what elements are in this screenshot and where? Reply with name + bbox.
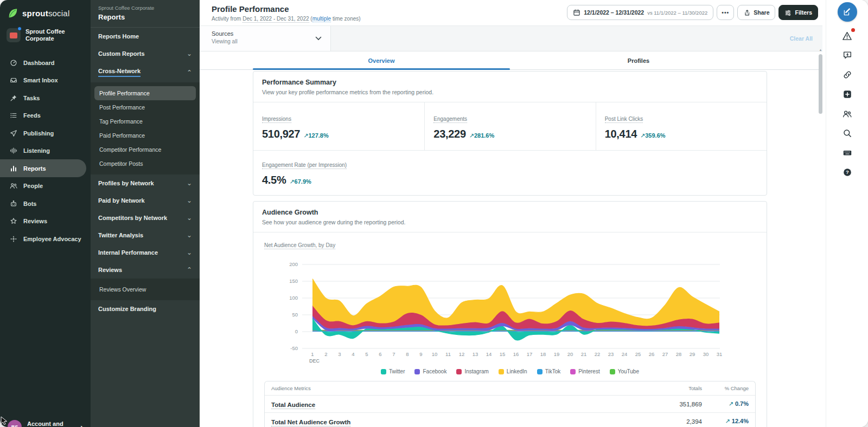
subnav-post-performance[interactable]: Post Performance <box>91 100 200 114</box>
chevron-up-icon: ⌃ <box>187 70 192 75</box>
account-settings[interactable]: BS Account and settings › <box>0 414 91 427</box>
nav-group-twitter-analysis[interactable]: Twitter Analysis ⌄ <box>91 227 200 244</box>
subnav-tag-performance[interactable]: Tag Performance <box>91 114 200 128</box>
nav-label: Reviews <box>23 218 47 224</box>
vertical-scrollbar[interactable]: ▲ <box>818 49 823 427</box>
scroll-up-arrow[interactable]: ▲ <box>818 48 823 51</box>
nav-item-tasks[interactable]: Tasks <box>0 89 91 107</box>
nav-group-paid-by-network[interactable]: Paid by Network ⌄ <box>91 192 200 209</box>
audience-growth-card: Audience Growth See how your audience gr… <box>253 201 767 427</box>
up-arrow-icon: ↗ <box>289 178 294 185</box>
nav-item-feeds[interactable]: Feeds <box>0 107 91 125</box>
subnav-paid-performance[interactable]: Paid Performance <box>91 128 200 143</box>
svg-text:2: 2 <box>324 351 327 357</box>
legend-item-facebook[interactable]: Facebook <box>414 368 446 374</box>
nav-group-profiles-by-network[interactable]: Profiles by Network ⌄ <box>91 174 200 192</box>
svg-text:9: 9 <box>419 351 422 357</box>
nav-group-custom-reports[interactable]: Custom Reports ⌄ <box>91 45 200 62</box>
nav-item-dashboard[interactable]: Dashboard <box>0 54 91 72</box>
nav-group-competitors-by-network[interactable]: Competitors by Network ⌄ <box>91 209 200 227</box>
legend-item-instagram[interactable]: Instagram <box>456 368 488 374</box>
metric-link[interactable]: Total Net Audience Growth <box>271 419 350 426</box>
nav-reports-home[interactable]: Reports Home <box>91 28 200 45</box>
chevron-down-icon: ⌄ <box>187 250 192 255</box>
add-button[interactable] <box>840 85 854 104</box>
table-row-total-audience: Total Audience 351,869 ↗ 0.7% <box>265 396 755 413</box>
activity-date-range[interactable]: Dec 1, 2022 - Dec 31, 2022 <box>242 16 309 23</box>
subnav-competitor-posts[interactable]: Competitor Posts <box>91 157 200 171</box>
shortcuts-button[interactable] <box>840 143 854 163</box>
team-button[interactable] <box>840 104 854 124</box>
robot-icon <box>10 200 17 208</box>
multiple-timezones-link[interactable]: multiple <box>312 16 331 22</box>
help-button[interactable]: ? <box>840 163 854 182</box>
legend-swatch <box>381 369 386 374</box>
table-header-row: Audience Metrics Totals % Change <box>265 381 755 396</box>
filters-button[interactable]: Filters <box>778 5 818 20</box>
link-button[interactable] <box>840 65 854 85</box>
svg-text:15: 15 <box>500 351 506 357</box>
svg-text:12: 12 <box>459 351 465 357</box>
nav-group-cross-network[interactable]: Cross-Network ⌃ <box>91 62 200 82</box>
more-options-button[interactable]: ••• <box>717 5 734 20</box>
col-header-metrics: Audience Metrics <box>271 385 637 391</box>
search-button[interactable] <box>840 124 854 143</box>
page-header: Profile Performance Activity from Dec 1,… <box>200 0 822 25</box>
scrollbar-thumb[interactable] <box>819 54 822 114</box>
nav-customize-branding[interactable]: Customize Branding <box>91 300 200 318</box>
up-arrow-icon: ↗ <box>725 418 730 424</box>
legend-item-linkedin[interactable]: LinkedIn <box>499 368 527 374</box>
svg-text:1: 1 <box>311 351 314 357</box>
share-button[interactable]: Share <box>737 5 775 20</box>
sidebar-title: Reports <box>98 13 192 21</box>
nav-group-internal-performance[interactable]: Internal Performance ⌄ <box>91 244 200 261</box>
svg-text:28: 28 <box>676 351 682 357</box>
sources-dropdown[interactable]: Sources Viewing all <box>200 26 331 51</box>
reports-sidebar-header: Sprout Coffee Corporate Reports <box>91 0 200 28</box>
legend-item-twitter[interactable]: Twitter <box>381 368 405 374</box>
chevron-down-icon: ⌄ <box>187 51 192 56</box>
nav-item-reports[interactable]: Reports <box>0 159 86 177</box>
legend-item-pinterest[interactable]: Pinterest <box>570 368 599 374</box>
feedback-button[interactable] <box>840 46 854 65</box>
svg-text:31: 31 <box>717 351 723 357</box>
paper-plane-icon <box>10 130 17 137</box>
svg-text:10: 10 <box>432 351 438 357</box>
link-icon <box>843 70 852 80</box>
alerts-button[interactable] <box>840 26 854 46</box>
nav-group-reviews[interactable]: Reviews ⌃ <box>91 261 200 279</box>
nav-item-smart-inbox[interactable]: Smart Inbox <box>0 72 91 89</box>
legend-label: Pinterest <box>578 368 599 374</box>
svg-text:4: 4 <box>352 351 354 357</box>
workspace-icon <box>7 28 21 42</box>
card-description: View your key profile performance metric… <box>262 89 758 95</box>
svg-text:6: 6 <box>379 351 381 357</box>
subnav-profile-performance[interactable]: Profile Performance <box>94 86 196 100</box>
account-settings-label: Account and settings <box>27 420 75 427</box>
workspace-switcher[interactable]: Sprout Coffee Corporate <box>7 28 84 42</box>
clear-all-link[interactable]: Clear All <box>790 35 813 42</box>
tab-overview[interactable]: Overview <box>253 51 510 69</box>
legend-item-tiktok[interactable]: TikTok <box>537 368 561 374</box>
nav-label: Dashboard <box>23 60 54 66</box>
nav-item-publishing[interactable]: Publishing <box>0 124 91 142</box>
nav-item-reviews[interactable]: Reviews <box>0 212 91 230</box>
chevron-right-icon: › <box>80 423 83 427</box>
svg-text:14: 14 <box>486 351 492 357</box>
audience-metrics-table: Audience Metrics Totals % Change Total A… <box>264 381 756 427</box>
compose-button[interactable] <box>838 2 857 22</box>
nav-item-employee-advocacy[interactable]: Employee Advocacy <box>0 230 91 248</box>
performance-summary-header: Performance Summary View your key profil… <box>253 72 767 102</box>
net-audience-growth-chart[interactable]: 200150100500-501234567891011121314151617… <box>264 254 756 366</box>
date-range-button[interactable]: 12/1/2022 – 12/31/2022 vs 11/1/2022 – 11… <box>567 5 713 20</box>
metric-link[interactable]: Total Audience <box>271 402 315 409</box>
chart-title[interactable]: Net Audience Growth, by Day <box>264 242 335 249</box>
legend-item-youtube[interactable]: YouTube <box>610 368 639 374</box>
tab-profiles[interactable]: Profiles <box>510 51 767 69</box>
nav-item-people[interactable]: People <box>0 177 91 195</box>
nav-item-listening[interactable]: Listening <box>0 142 91 160</box>
nav-item-bots[interactable]: Bots <box>0 195 91 212</box>
subnav-reviews-overview[interactable]: Reviews Overview <box>91 282 200 296</box>
subnav-competitor-performance[interactable]: Competitor Performance <box>91 143 200 157</box>
sprout-logo[interactable]: sproutsocial <box>0 0 91 19</box>
